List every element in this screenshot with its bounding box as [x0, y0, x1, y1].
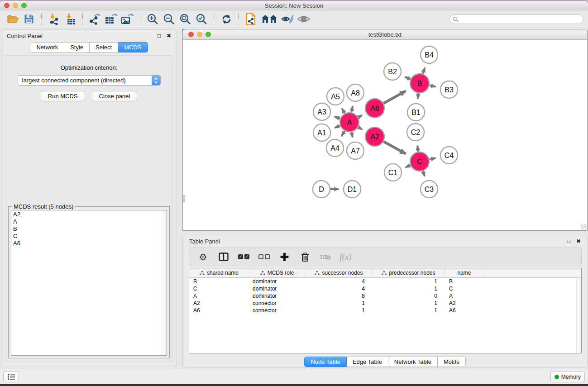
cell[interactable]: 1	[373, 278, 445, 285]
graph-node-C3[interactable]: C3	[421, 181, 438, 198]
cell[interactable]: 1	[373, 307, 445, 314]
cell[interactable]: 4	[305, 278, 373, 285]
add-column-button[interactable]: ✚	[274, 249, 295, 265]
graph-edge-C-C3[interactable]	[423, 171, 425, 176]
mcds-result-item[interactable]: B	[13, 225, 167, 233]
column-header-successor-nodes[interactable]: successor nodes	[305, 268, 373, 277]
show-columns-button[interactable]	[213, 249, 234, 265]
tab-mcds[interactable]: MCDS	[118, 42, 148, 52]
close-panel-button[interactable]: Close panel	[92, 91, 138, 101]
delete-columns-button[interactable]	[295, 249, 315, 265]
graph-edge-C-C4[interactable]	[430, 158, 436, 159]
memory-button[interactable]: Memory	[550, 371, 585, 382]
graph-node-A3[interactable]: A3	[313, 103, 330, 120]
graph-edge-A-A4[interactable]	[342, 131, 345, 136]
graph-edge-B-B4[interactable]	[423, 67, 425, 74]
table-row[interactable]: Adominator80A	[189, 292, 581, 300]
graph-edge-B-B2[interactable]	[405, 77, 411, 79]
optimization-criterion-select[interactable]: largest connected component (directed)	[18, 75, 161, 86]
cell[interactable]: A6	[445, 307, 484, 314]
float-panel-icon[interactable]: □	[158, 33, 161, 38]
graph-node-A1[interactable]: A1	[313, 124, 330, 141]
cell[interactable]: A2	[189, 300, 249, 306]
graph-edge-C-C1[interactable]	[406, 165, 411, 167]
zoom-selected-button[interactable]	[193, 12, 210, 26]
cell[interactable]: C	[189, 286, 249, 292]
cell[interactable]: A6	[189, 307, 249, 314]
import-network-button[interactable]	[46, 12, 62, 26]
cell[interactable]: 4	[305, 286, 373, 292]
float-table-panel-icon[interactable]: □	[567, 238, 570, 244]
graph-edge-A-A1[interactable]	[335, 126, 340, 128]
show-task-history-button[interactable]	[3, 371, 19, 382]
delete-table-button[interactable]	[315, 249, 335, 265]
table-options-button[interactable]: ⚙	[193, 249, 213, 265]
cell[interactable]: dominator	[249, 278, 305, 285]
open-file-button[interactable]	[5, 12, 21, 26]
cell[interactable]: connector	[249, 300, 305, 306]
close-panel-icon[interactable]: ✖	[167, 33, 171, 38]
column-header-predecessor-nodes[interactable]: predecessor nodes	[373, 268, 445, 277]
export-image-button[interactable]	[120, 12, 136, 26]
search-input[interactable]	[460, 16, 580, 22]
tab-network[interactable]: Network	[30, 42, 64, 52]
clear-all-checks-button[interactable]	[254, 249, 274, 265]
graph-edge-C-C2[interactable]	[417, 146, 418, 152]
cell[interactable]: 0	[373, 293, 445, 299]
zoom-in-button[interactable]	[144, 12, 161, 26]
tab-motifs[interactable]: Motifs	[438, 357, 466, 367]
graph-edge-A2-C[interactable]	[383, 142, 406, 154]
tab-node-table[interactable]: Node Table	[304, 357, 347, 367]
cell[interactable]: B	[445, 278, 484, 285]
zoom-out-button[interactable]	[161, 12, 177, 26]
network-canvas[interactable]: B4B2BB3A8A5A6A3B1AA1C2A2A4A7C4CC1C3DD1	[183, 40, 587, 230]
select-all-checks-button[interactable]: ✓✓	[234, 249, 254, 265]
cell[interactable]: 1	[373, 300, 445, 306]
graph-node-A2[interactable]: A2	[365, 127, 384, 146]
graph-edge-B-B1[interactable]	[418, 93, 419, 99]
column-header-mcds-role[interactable]: MCDS role	[249, 268, 305, 277]
table-row[interactable]: Cdominator41C	[189, 285, 581, 292]
function-builder-button[interactable]: f(x)	[335, 249, 356, 265]
search-field[interactable]	[449, 14, 583, 24]
column-header-shared-name[interactable]: shared name	[189, 268, 249, 277]
table-scrollbar[interactable]	[576, 278, 581, 353]
table-row[interactable]: Bdominator41B	[189, 278, 581, 285]
cell[interactable]: A	[445, 293, 484, 299]
cell[interactable]: 1	[305, 300, 373, 306]
cell[interactable]: 1	[373, 286, 445, 292]
graph-node-B1[interactable]: B1	[407, 104, 425, 121]
zoom-fit-button[interactable]	[177, 12, 193, 26]
cell[interactable]: A	[189, 293, 249, 299]
graph-edge-A-A8[interactable]	[351, 106, 353, 112]
graph-node-D[interactable]: D	[313, 181, 330, 198]
close-table-panel-icon[interactable]: ✖	[576, 238, 581, 244]
cell[interactable]: dominator	[249, 293, 305, 299]
tab-network-table[interactable]: Network Table	[388, 357, 438, 367]
cell[interactable]: connector	[249, 307, 305, 314]
cell[interactable]: A2	[445, 300, 484, 306]
graph-node-C2[interactable]: C2	[407, 124, 424, 141]
graph-node-B4[interactable]: B4	[421, 46, 438, 63]
result-list-scrollbar[interactable]	[162, 210, 167, 355]
column-header-name[interactable]: name	[445, 268, 484, 277]
graph-edge-B-B3[interactable]	[430, 86, 436, 87]
graph-node-A7[interactable]: A7	[347, 142, 364, 159]
graph-node-B2[interactable]: B2	[384, 63, 401, 80]
graph-edge-A-A3[interactable]	[335, 117, 340, 119]
mcds-result-list[interactable]: A2ABCA6	[11, 210, 167, 356]
graph-node-C[interactable]: C	[410, 152, 429, 171]
graph-node-A4[interactable]: A4	[326, 139, 344, 157]
export-table-button[interactable]	[103, 12, 120, 26]
show-all-views-button[interactable]	[259, 12, 279, 26]
import-table-button[interactable]	[62, 12, 78, 26]
cell[interactable]: dominator	[249, 286, 305, 292]
export-network-button[interactable]	[87, 12, 103, 26]
graph-node-A[interactable]: A	[340, 113, 359, 132]
graph-edge-A-A2[interactable]	[358, 127, 362, 129]
panel-splitter-handle[interactable]	[183, 195, 185, 202]
cell[interactable]: 1	[305, 307, 373, 314]
cell[interactable]: C	[445, 286, 484, 292]
mcds-result-item[interactable]: A2	[13, 211, 167, 218]
graph-node-B3[interactable]: B3	[440, 81, 458, 98]
